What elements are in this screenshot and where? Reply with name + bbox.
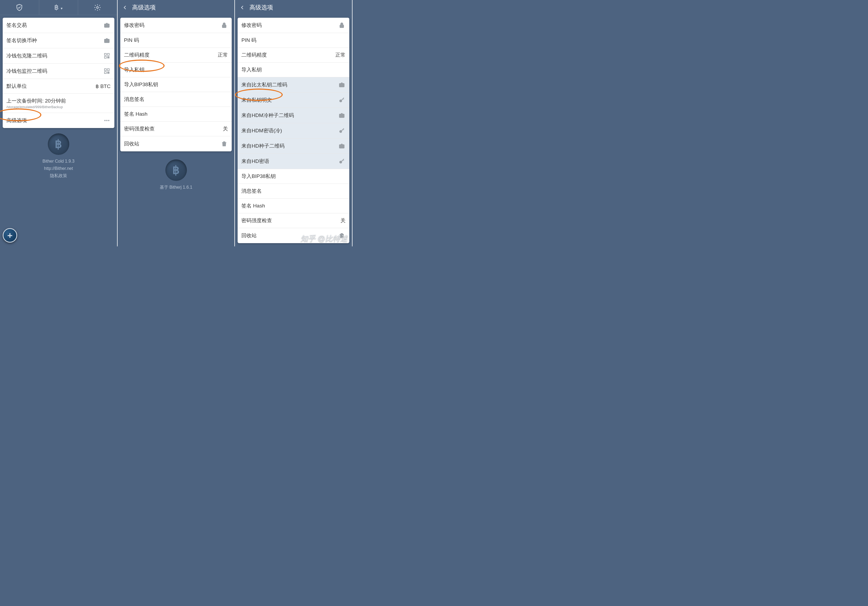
settings-row[interactable]: 高级选项 [3, 113, 115, 128]
qr-icon [103, 52, 111, 60]
advanced2-row[interactable]: PIN 码 [238, 33, 349, 48]
footer: ฿ Bither Cold 1.9.3 http://Bither.net 隐私… [0, 133, 117, 179]
tabbar: ฿ ▾ [0, 0, 117, 15]
row-label: 导入BIP38私钥 [241, 173, 346, 180]
svg-point-21 [108, 120, 109, 121]
svg-point-25 [341, 84, 343, 86]
row-label: 密码强度检查 [241, 217, 341, 224]
row-label: 消息签名 [241, 188, 346, 195]
pane-advanced-2: 高级选项 修改密码PIN 码二维码精度正常导入私钥来自比太私钥二维码来自私钥明文… [235, 0, 352, 246]
svg-rect-13 [107, 69, 109, 71]
based-on: 基于 Bitherj 1.6.1 [118, 184, 235, 191]
row-label: 来自HD种子二维码 [241, 142, 338, 150]
svg-point-19 [104, 120, 105, 121]
row-label: 高级选项 [6, 117, 103, 124]
settings-row[interactable]: 默认单位฿ BTC [3, 79, 115, 94]
tab-gear[interactable] [78, 0, 117, 15]
advanced-row[interactable]: 导入私钥 [120, 63, 232, 77]
advanced2-row[interactable]: 签名 Hash [238, 199, 349, 213]
svg-point-31 [341, 145, 343, 147]
add-button[interactable]: + [3, 228, 17, 243]
more-icon [103, 117, 111, 124]
advanced2-row[interactable]: 导入BIP38私钥 [238, 169, 349, 184]
key-icon [338, 96, 346, 104]
tab-bitcoin[interactable]: ฿ ▾ [39, 0, 78, 15]
pane-advanced-1: 高级选项 修改密码PIN 码二维码精度正常导入私钥导入BIP38私钥消息签名签名… [118, 0, 235, 246]
svg-point-29 [339, 130, 342, 133]
titlebar: 高级选项 [235, 0, 352, 15]
row-label: 来自比太私钥二维码 [241, 81, 338, 88]
advanced2-row[interactable]: 来自私钥明文 [238, 93, 349, 108]
back-button[interactable] [120, 2, 130, 13]
svg-rect-15 [107, 72, 108, 73]
row-label: 导入BIP38私钥 [124, 81, 228, 88]
app-url[interactable]: http://Bither.net [0, 165, 117, 172]
camera-icon [103, 37, 111, 44]
advanced2-row[interactable]: 来自HD密语 [238, 154, 349, 169]
svg-rect-10 [107, 57, 108, 58]
advanced-row[interactable]: 修改密码 [120, 18, 232, 33]
row-label: 导入私钥 [241, 66, 346, 73]
svg-rect-14 [104, 72, 106, 74]
advanced2-row[interactable]: 来自比太私钥二维码 [238, 77, 349, 93]
settings-row[interactable]: 签名交易 [3, 18, 115, 33]
settings-row[interactable]: 签名切换币种 [3, 33, 115, 48]
row-label: 签名 Hash [124, 111, 228, 117]
trash-icon [220, 140, 228, 148]
watermark: 知乎 @比特迷 [301, 233, 348, 244]
advanced2-row[interactable]: 来自HDM密语(冷) [238, 123, 349, 139]
svg-rect-6 [107, 53, 109, 55]
key-icon [338, 158, 346, 165]
row-value: ฿ BTC [96, 83, 110, 90]
advanced2-row[interactable]: 二维码精度正常 [238, 48, 349, 63]
advanced2-row[interactable]: 消息签名 [238, 184, 349, 199]
svg-rect-7 [104, 56, 106, 58]
row-value: 关 [223, 125, 228, 132]
settings-row[interactable]: 冷钱包监控二维码 [3, 63, 115, 79]
advanced2-row[interactable]: 来自HDM冷种子二维码 [238, 108, 349, 123]
advanced-row[interactable]: 签名 Hash [120, 107, 232, 122]
row-label: 默认单位 [6, 83, 96, 90]
camera-icon [338, 81, 346, 88]
advanced-row[interactable]: 消息签名 [120, 92, 232, 107]
svg-rect-9 [108, 57, 109, 58]
row-label: 来自HDM冷种子二维码 [241, 112, 338, 119]
row-label: 签名切换币种 [6, 37, 103, 44]
advanced2-row[interactable]: 密码强度检查关 [238, 213, 349, 228]
row-label: PIN 码 [241, 37, 346, 44]
row-label: 来自HD密语 [241, 158, 338, 165]
title: 高级选项 [250, 3, 273, 12]
advanced-row[interactable]: 回收站 [120, 136, 232, 152]
lock-icon [220, 22, 228, 29]
camera-icon [338, 142, 346, 150]
advanced2-row[interactable]: 来自HD种子二维码 [238, 139, 349, 154]
camera-icon [338, 112, 346, 119]
row-label: 修改密码 [124, 22, 221, 29]
advanced2-row[interactable]: 导入私钥 [238, 63, 349, 77]
advanced-card: 修改密码PIN 码二维码精度正常导入私钥导入BIP38私钥消息签名签名 Hash… [120, 18, 232, 152]
svg-point-32 [339, 161, 342, 163]
tab-shield[interactable] [0, 0, 39, 15]
row-label: 二维码精度 [124, 51, 218, 59]
row-label: 导入私钥 [124, 66, 228, 73]
row-sublabel: /storage/emulated/999/BitherBackup [6, 105, 111, 109]
svg-rect-8 [107, 56, 108, 57]
advanced-row[interactable]: 导入BIP38私钥 [120, 77, 232, 92]
bitcoin-logo-icon: ฿ [165, 159, 187, 181]
svg-point-20 [106, 120, 107, 121]
advanced-row[interactable]: 密码强度检查关 [120, 122, 232, 136]
row-value: 关 [341, 217, 346, 224]
settings-row[interactable]: 冷钱包克隆二维码 [3, 48, 115, 63]
settings-row[interactable]: 上一次备份时间: 20分钟前/storage/emulated/999/Bith… [3, 94, 115, 113]
titlebar: 高级选项 [118, 0, 235, 15]
back-button[interactable] [237, 2, 248, 13]
advanced-row[interactable]: PIN 码 [120, 33, 232, 48]
footer2: ฿ 基于 Bitherj 1.6.1 [118, 159, 235, 191]
advanced-row[interactable]: 二维码精度正常 [120, 48, 232, 63]
row-label: 修改密码 [241, 22, 338, 29]
row-label: 冷钱包监控二维码 [6, 68, 103, 74]
advanced2-row[interactable]: 修改密码 [238, 18, 349, 33]
privacy-link[interactable]: 隐私政策 [0, 172, 117, 179]
advanced-expanded-card: 修改密码PIN 码二维码精度正常导入私钥来自比太私钥二维码来自私钥明文来自HDM… [238, 18, 349, 243]
row-label: 密码强度检查 [124, 125, 223, 132]
